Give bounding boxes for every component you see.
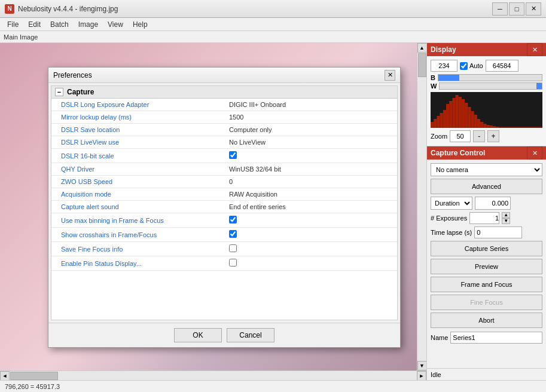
timelapse-row: Time lapse (s) [431,226,542,238]
dialog-title-bar: Preferences ✕ [48,68,400,83]
capture-status-text: Idle [431,371,441,378]
table-row: QHY Driver WinUSB 32/64 bit [51,163,397,176]
advanced-button[interactable]: Advanced [431,179,542,194]
capture-control-header: Capture Control ✕ [427,146,546,160]
minimize-button[interactable]: ─ [492,2,508,16]
menu-edit[interactable]: Edit [23,19,45,30]
display-value1-input[interactable] [431,60,457,72]
bottom-status-bar: 796,260 = 45917.3 [0,380,546,392]
capture-series-button[interactable]: Capture Series [431,241,542,256]
exposures-input[interactable] [469,212,499,224]
pref-value-checkbox[interactable] [224,149,397,163]
exposures-spinner[interactable]: ▲ ▼ [502,212,510,224]
pref-value-checkbox[interactable] [224,228,397,242]
pref-label: Enable Pin Status Display... [51,256,224,271]
w-slider[interactable] [439,82,542,90]
scroll-left-button[interactable]: ◄ [0,371,10,381]
pref-label: Mirror lockup delay (ms) [51,111,224,124]
scroll-down-button[interactable]: ▼ [417,361,427,370]
zoom-plus-button[interactable]: + [487,130,499,142]
collapse-button[interactable]: − [55,88,63,96]
preferences-dialog: Preferences ✕ − Capture [48,67,401,348]
duration-select[interactable]: Duration [431,197,472,210]
abort-button[interactable]: Abort [431,313,542,328]
svg-rect-3 [437,116,440,128]
menu-bar: File Edit Batch Image View Help [0,18,546,31]
scroll-thumb[interactable] [418,53,426,77]
frame-and-focus-button[interactable]: Frame and Focus [431,277,542,292]
dialog-body: − Capture DSLR Long Exposur [51,85,398,320]
maximize-button[interactable]: □ [509,2,524,16]
pref-label: DSLR Save location [51,124,224,136]
table-row: Mirror lockup delay (ms) 1500 [51,111,397,124]
save-fine-focus-checkbox[interactable] [229,244,237,252]
hscroll-thumb[interactable] [10,372,58,380]
preview-button[interactable]: Preview [431,259,542,274]
camera-select[interactable]: No camera [431,163,542,176]
capture-status-bar: Idle [427,368,546,380]
capture-body: No camera Advanced Duration # Exposures … [427,160,546,368]
pin-status-checkbox[interactable] [229,259,237,267]
pref-label: DSLR 16-bit scale [51,149,224,163]
menu-help[interactable]: Help [128,19,152,30]
name-label: Name [431,334,448,341]
fine-focus-button[interactable]: Fine Focus [431,295,542,310]
hscroll-track[interactable] [10,371,417,380]
svg-rect-9 [456,95,459,128]
svg-rect-2 [434,119,437,128]
dialog-close-button[interactable]: ✕ [385,70,395,81]
auto-checkbox[interactable] [460,62,468,70]
b-slider[interactable] [438,74,542,81]
svg-rect-18 [483,124,486,128]
cancel-button[interactable]: Cancel [227,328,274,342]
zoom-input[interactable] [450,130,471,142]
exposures-label: # Exposures [431,215,467,222]
timelapse-label: Time lapse (s) [431,229,472,236]
table-row: Enable Pin Status Display... [51,256,397,271]
table-row: DSLR Long Exposure Adapter DIGIC III+ On… [51,99,397,111]
zoom-row: Zoom - + [431,130,542,142]
exposures-row: # Exposures ▲ ▼ [431,212,542,224]
scroll-up-button[interactable]: ▲ [417,43,427,53]
dslr-16bit-checkbox[interactable] [229,151,237,159]
scroll-track[interactable] [417,53,426,361]
menu-batch[interactable]: Batch [45,19,74,30]
scroll-right-button[interactable]: ► [417,371,426,381]
capture-close-button[interactable]: ✕ [527,146,542,160]
svg-rect-12 [465,103,468,128]
preferences-scroll-area[interactable]: DSLR Long Exposure Adapter DIGIC III+ On… [51,99,397,320]
menu-view[interactable]: View [103,19,128,30]
pref-value-checkbox[interactable] [224,213,397,228]
max-binning-checkbox[interactable] [229,216,237,223]
name-input[interactable] [450,332,542,344]
main-image-bar: Main Image [0,31,546,43]
display-value2-input[interactable] [486,60,518,72]
auto-label: Auto [469,62,483,69]
vertical-scrollbar[interactable]: ▲ ▼ [417,43,426,370]
duration-input[interactable] [475,197,511,210]
preferences-table: DSLR Long Exposure Adapter DIGIC III+ On… [51,99,397,271]
exposures-up-button[interactable]: ▲ [502,212,510,218]
table-row: DSLR 16-bit scale [51,149,397,163]
table-row: Show crosshairs in Frame/Focus [51,228,397,242]
pref-label: QHY Driver [51,163,224,176]
display-close-button[interactable]: ✕ [527,43,542,56]
pref-value-checkbox[interactable] [224,242,397,256]
svg-rect-4 [440,113,443,128]
ok-button[interactable]: OK [174,328,222,342]
crosshairs-checkbox[interactable] [229,230,237,238]
timelapse-input[interactable] [474,226,522,238]
close-button[interactable]: ✕ [526,2,541,16]
app-title: Nebulosity v4.4.4 - ifengimg.jpg [18,5,118,13]
menu-file[interactable]: File [2,19,23,30]
table-row: Capture alert sound End of entire series [51,201,397,213]
svg-rect-23 [499,127,542,128]
zoom-minus-button[interactable]: - [473,130,485,142]
pref-label: Save Fine Focus info [51,242,224,256]
w-label: W [431,82,437,90]
exposures-down-button[interactable]: ▼ [502,218,510,224]
menu-image[interactable]: Image [74,19,103,30]
horizontal-scrollbar[interactable]: ◄ ► [0,370,426,380]
svg-rect-7 [449,101,452,128]
pref-value-checkbox[interactable] [224,256,397,271]
